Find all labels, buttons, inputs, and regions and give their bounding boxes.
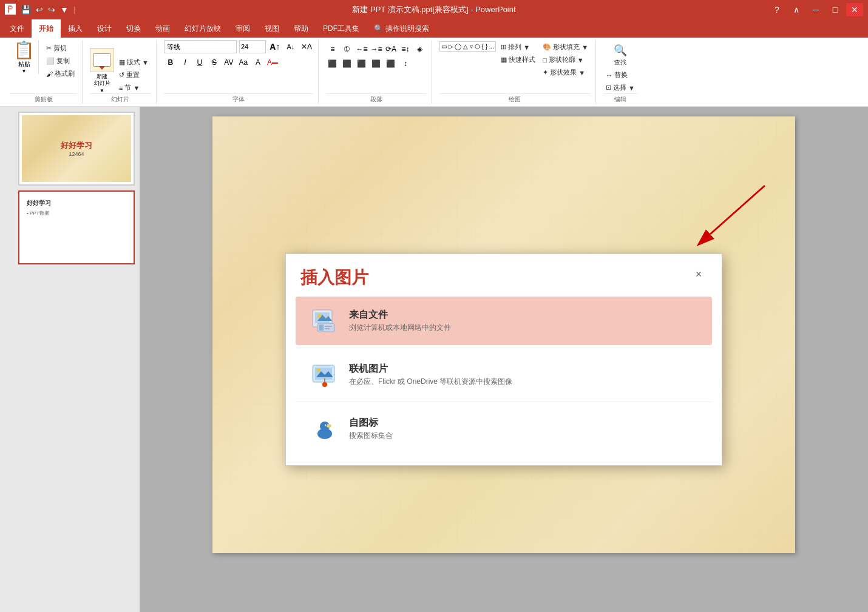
dialog-option-from-icon[interactable]: 自图标 搜索图标集合 [296, 405, 712, 453]
cut-button[interactable]: ✂ 剪切 [44, 42, 77, 54]
smartart-button[interactable]: ◈ [413, 42, 427, 56]
numbering-button[interactable]: ① [341, 42, 354, 56]
decrease-indent-button[interactable]: ←≡ [355, 42, 368, 56]
tab-home[interactable]: 开始 [32, 19, 61, 38]
shape-fill-icon: 🎨 [543, 43, 551, 51]
svg-point-13 [317, 368, 320, 372]
tab-help[interactable]: 帮助 [287, 19, 316, 38]
font-shadow-button[interactable]: A [251, 56, 265, 69]
tab-insert[interactable]: 插入 [61, 19, 90, 38]
cut-icon: ✂ [46, 44, 52, 52]
minimize-button[interactable]: ─ [807, 3, 824, 16]
shape-outline-button[interactable]: □ 形状轮廓 ▼ [540, 54, 591, 66]
shapes-panel[interactable]: ▭ ▷ ◯ △ ▿ ⬡ { } ... [439, 41, 496, 52]
slide-thumb-1[interactable]: 好好学习 12464 [18, 112, 135, 186]
dialog-title: 插入图片 [300, 266, 368, 289]
paste-icon: 📋 [13, 40, 35, 60]
italic-button[interactable]: I [178, 56, 192, 69]
slides-label: 幻灯片 [90, 93, 151, 104]
dialog-option-online-picture[interactable]: 联机图片 在必应、Flickr 或 OneDrive 等联机资源中搜索图像 [296, 351, 712, 399]
reset-button[interactable]: ↺ 重置 [117, 69, 151, 81]
case-button[interactable]: Aa [237, 56, 250, 69]
font-name-input[interactable] [164, 40, 237, 53]
justify-button[interactable]: ⬛ [370, 57, 383, 70]
align-left-button[interactable]: ⬛ [326, 57, 339, 70]
underline-button[interactable]: U [193, 56, 206, 69]
dialog-option-from-file[interactable]: 来自文件 浏览计算机或本地网络中的文件 [296, 297, 712, 345]
paragraph-label: 段落 [326, 93, 427, 104]
tab-slideshow[interactable]: 幻灯片放映 [177, 19, 228, 38]
tab-view[interactable]: 视图 [257, 19, 287, 38]
font-shrink-button[interactable]: A↓ [284, 40, 297, 53]
tab-search[interactable]: 🔍 操作说明搜索 [367, 19, 436, 38]
col-count-button[interactable]: ⬛ [384, 57, 398, 70]
shape-effects-button[interactable]: ✦ 形状效果 ▼ [540, 67, 591, 78]
char-spacing-button[interactable]: AV [222, 56, 236, 69]
ribbon-content: 📋 粘贴 ▼ ✂ 剪切 ⬜ 复制 🖌 格式刷 [0, 38, 868, 107]
titlebar: 🅿 💾 ↩ ↪ ▼ | 新建 PPT 演示文稿.ppt[兼容模式] - Powe… [0, 0, 868, 19]
svg-point-18 [327, 424, 331, 428]
line-spacing-button[interactable]: ↕ [399, 57, 412, 70]
shape-fill-button[interactable]: 🎨 形状填充 ▼ [540, 41, 591, 53]
from-icon-desc: 搜索图标集合 [349, 431, 393, 441]
text-direction-button[interactable]: ⟳A [384, 42, 398, 56]
tab-transitions[interactable]: 切换 [119, 19, 148, 38]
tab-file[interactable]: 文件 [2, 19, 32, 38]
font-grow-button[interactable]: A↑ [268, 40, 282, 53]
close-button[interactable]: ✕ [846, 3, 863, 16]
slide-thumb-2[interactable]: 好好学习 • PPT数据 [18, 190, 135, 264]
find-icon: 🔍 [614, 44, 627, 57]
quick-save-icon[interactable]: 💾 [21, 5, 31, 15]
font-color-button[interactable]: A [266, 56, 279, 69]
window-title: 新建 PPT 演示文稿.ppt[兼容模式] - PowerPoint [352, 4, 515, 15]
bold-button[interactable]: B [164, 56, 177, 69]
tab-animations[interactable]: 动画 [148, 19, 177, 38]
dialog-divider-2 [296, 402, 712, 402]
copy-button[interactable]: ⬜ 复制 [44, 55, 77, 67]
dialog-overlay: 插入图片 × [140, 107, 868, 612]
from-icon-title: 自图标 [349, 417, 393, 429]
restore-button[interactable]: □ [827, 3, 844, 16]
paste-button[interactable]: 📋 粘贴 ▼ [10, 40, 39, 74]
arrange-button[interactable]: ⊞ 排列 ▼ [498, 41, 538, 53]
from-icon-text: 自图标 搜索图标集合 [349, 417, 393, 441]
select-button[interactable]: ⊡ 选择 ▼ [603, 82, 637, 93]
align-text-button[interactable]: ≡↕ [399, 42, 412, 56]
tab-pdf[interactable]: PDF工具集 [316, 19, 367, 38]
increase-indent-button[interactable]: →≡ [370, 42, 383, 56]
help-icon[interactable]: ? [768, 3, 785, 16]
new-slide-button[interactable]: 新建幻灯片 ▼ [90, 48, 114, 93]
editing-group: 🔍 查找 ↔ 替换 ⊡ 选择 ▼ 编辑 [598, 40, 642, 104]
layout-button[interactable]: ▦ 版式 ▼ [117, 56, 151, 68]
ribbon-collapse-icon[interactable]: ∧ [788, 3, 805, 16]
drawing-label: 绘图 [439, 93, 591, 104]
dialog-close-button[interactable]: × [690, 266, 707, 283]
bullets-button[interactable]: ≡ [326, 42, 339, 56]
title-divider: | [73, 5, 75, 14]
strikethrough-button[interactable]: S [208, 56, 221, 69]
customize-icon[interactable]: ▼ [60, 5, 69, 15]
replace-button[interactable]: ↔ 替换 [603, 69, 637, 81]
tab-design[interactable]: 设计 [90, 19, 119, 38]
tab-review[interactable]: 审阅 [228, 19, 257, 38]
font-clear-button[interactable]: ✕A [300, 40, 313, 53]
canvas-area: 插入图片 × [140, 107, 868, 612]
redo-icon[interactable]: ↪ [48, 5, 55, 15]
slide-1-subtitle: 12464 [69, 151, 84, 157]
svg-point-20 [326, 425, 327, 426]
format-painter-button[interactable]: 🖌 格式刷 [44, 68, 77, 79]
replace-icon: ↔ [606, 72, 612, 79]
font-size-input[interactable] [239, 40, 266, 53]
find-button[interactable]: 🔍 查找 [603, 42, 637, 68]
align-center-button[interactable]: ⬛ [341, 57, 354, 70]
slide-2-body: • PPT数据 [27, 210, 49, 217]
from-icon-icon [310, 414, 339, 443]
new-slide-icon [90, 48, 114, 72]
clipboard-label: 剪贴板 [10, 93, 77, 104]
quick-styles-button[interactable]: ▦ 快速样式 [498, 54, 538, 66]
section-button[interactable]: ≡ 节 ▼ [117, 82, 151, 93]
align-right-button[interactable]: ⬛ [355, 57, 368, 70]
section-icon: ≡ [119, 84, 123, 92]
undo-icon[interactable]: ↩ [36, 5, 43, 15]
svg-rect-7 [319, 324, 324, 331]
